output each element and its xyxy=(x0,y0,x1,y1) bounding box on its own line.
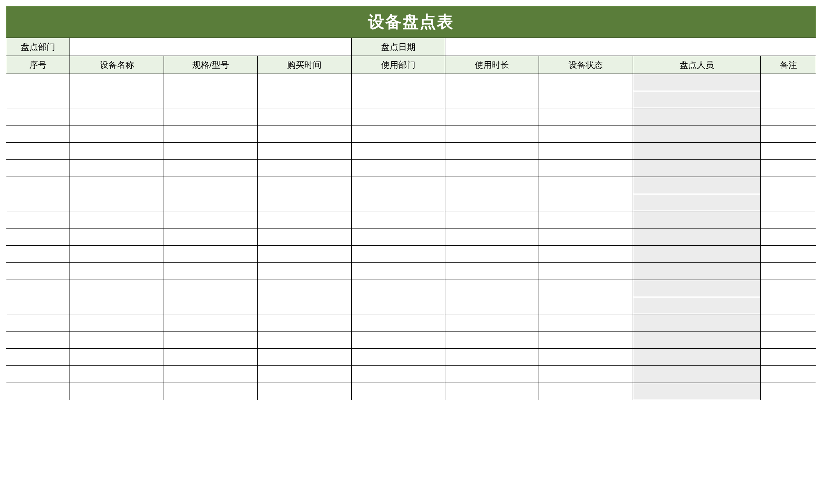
cell[interactable] xyxy=(633,177,761,194)
cell[interactable] xyxy=(633,280,761,297)
cell[interactable] xyxy=(445,263,539,280)
cell[interactable] xyxy=(351,228,445,246)
cell[interactable] xyxy=(633,125,761,143)
cell[interactable] xyxy=(164,74,257,91)
cell[interactable] xyxy=(164,143,257,160)
cell[interactable] xyxy=(539,177,633,194)
cell[interactable] xyxy=(445,349,539,366)
cell[interactable] xyxy=(761,108,816,125)
cell[interactable] xyxy=(6,280,70,297)
cell[interactable] xyxy=(70,74,164,91)
cell[interactable] xyxy=(258,194,351,211)
cell[interactable] xyxy=(164,160,257,177)
cell[interactable] xyxy=(539,228,633,246)
cell[interactable] xyxy=(761,314,816,332)
cell[interactable] xyxy=(164,228,257,246)
cell[interactable] xyxy=(633,246,761,263)
cell[interactable] xyxy=(761,297,816,314)
cell[interactable] xyxy=(539,91,633,108)
cell[interactable] xyxy=(351,211,445,228)
cell[interactable] xyxy=(70,160,164,177)
cell[interactable] xyxy=(539,366,633,383)
cell[interactable] xyxy=(445,280,539,297)
cell[interactable] xyxy=(633,366,761,383)
cell[interactable] xyxy=(6,349,70,366)
cell[interactable] xyxy=(351,349,445,366)
cell[interactable] xyxy=(539,297,633,314)
cell[interactable] xyxy=(761,246,816,263)
cell[interactable] xyxy=(445,332,539,349)
cell[interactable] xyxy=(761,280,816,297)
cell[interactable] xyxy=(761,177,816,194)
cell[interactable] xyxy=(164,314,257,332)
cell[interactable] xyxy=(258,349,351,366)
cell[interactable] xyxy=(539,160,633,177)
meta-date-value[interactable] xyxy=(445,38,816,56)
cell[interactable] xyxy=(633,297,761,314)
cell[interactable] xyxy=(761,332,816,349)
cell[interactable] xyxy=(258,246,351,263)
cell[interactable] xyxy=(164,194,257,211)
cell[interactable] xyxy=(351,143,445,160)
cell[interactable] xyxy=(164,263,257,280)
cell[interactable] xyxy=(351,91,445,108)
cell[interactable] xyxy=(6,74,70,91)
cell[interactable] xyxy=(6,332,70,349)
cell[interactable] xyxy=(258,297,351,314)
cell[interactable] xyxy=(351,332,445,349)
cell[interactable] xyxy=(6,246,70,263)
cell[interactable] xyxy=(445,228,539,246)
cell[interactable] xyxy=(351,74,445,91)
cell[interactable] xyxy=(6,366,70,383)
cell[interactable] xyxy=(633,160,761,177)
cell[interactable] xyxy=(761,211,816,228)
cell[interactable] xyxy=(351,366,445,383)
cell[interactable] xyxy=(70,246,164,263)
cell[interactable] xyxy=(761,349,816,366)
cell[interactable] xyxy=(539,125,633,143)
cell[interactable] xyxy=(70,228,164,246)
cell[interactable] xyxy=(633,211,761,228)
cell[interactable] xyxy=(761,383,816,400)
cell[interactable] xyxy=(6,194,70,211)
cell[interactable] xyxy=(258,314,351,332)
cell[interactable] xyxy=(164,211,257,228)
cell[interactable] xyxy=(351,263,445,280)
cell[interactable] xyxy=(761,194,816,211)
cell[interactable] xyxy=(164,332,257,349)
cell[interactable] xyxy=(6,263,70,280)
cell[interactable] xyxy=(761,263,816,280)
cell[interactable] xyxy=(70,280,164,297)
cell[interactable] xyxy=(70,177,164,194)
cell[interactable] xyxy=(445,366,539,383)
cell[interactable] xyxy=(258,280,351,297)
cell[interactable] xyxy=(761,228,816,246)
cell[interactable] xyxy=(164,383,257,400)
cell[interactable] xyxy=(164,280,257,297)
cell[interactable] xyxy=(633,108,761,125)
cell[interactable] xyxy=(6,297,70,314)
cell[interactable] xyxy=(6,228,70,246)
cell[interactable] xyxy=(258,74,351,91)
cell[interactable] xyxy=(351,297,445,314)
cell[interactable] xyxy=(258,366,351,383)
cell[interactable] xyxy=(539,383,633,400)
cell[interactable] xyxy=(70,91,164,108)
cell[interactable] xyxy=(761,125,816,143)
cell[interactable] xyxy=(6,383,70,400)
cell[interactable] xyxy=(633,349,761,366)
cell[interactable] xyxy=(445,314,539,332)
cell[interactable] xyxy=(70,211,164,228)
cell[interactable] xyxy=(633,143,761,160)
cell[interactable] xyxy=(539,332,633,349)
cell[interactable] xyxy=(445,246,539,263)
cell[interactable] xyxy=(6,211,70,228)
cell[interactable] xyxy=(70,383,164,400)
cell[interactable] xyxy=(351,246,445,263)
cell[interactable] xyxy=(633,74,761,91)
cell[interactable] xyxy=(633,91,761,108)
cell[interactable] xyxy=(258,91,351,108)
cell[interactable] xyxy=(539,349,633,366)
cell[interactable] xyxy=(70,297,164,314)
cell[interactable] xyxy=(258,211,351,228)
